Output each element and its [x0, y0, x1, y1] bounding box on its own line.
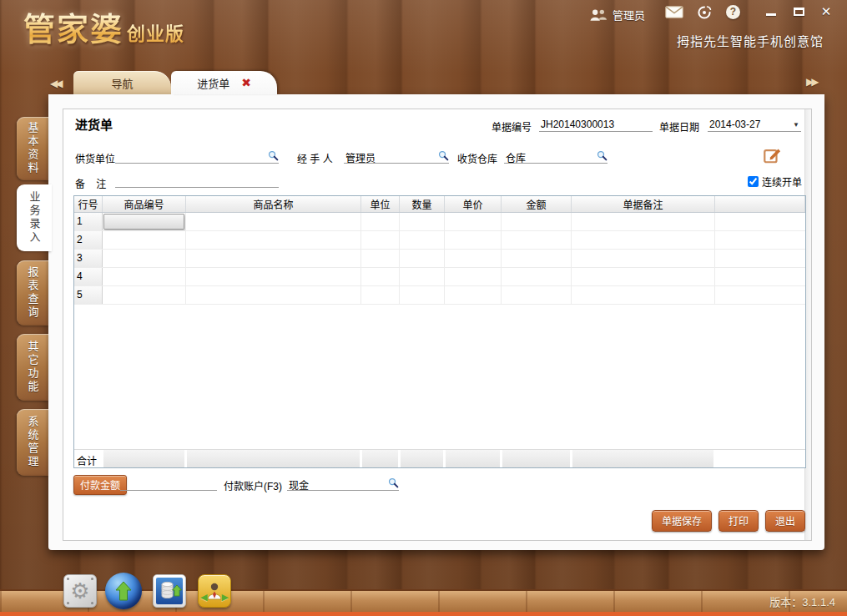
cell-quantity[interactable]	[400, 213, 445, 230]
cell-product-code[interactable]	[103, 213, 186, 230]
selected-cell[interactable]	[103, 214, 184, 230]
col-header-amount[interactable]: 金额	[502, 196, 572, 212]
mail-icon[interactable]	[665, 6, 683, 18]
date-dropdown-icon[interactable]: ▼	[793, 121, 799, 129]
col-header-unit[interactable]: 单位	[361, 196, 400, 212]
sidebar-item-other-functions[interactable]: 其它功能	[17, 334, 48, 401]
continuous-checkbox[interactable]	[748, 176, 759, 187]
grid-row-1[interactable]: 1	[74, 213, 805, 231]
close-button[interactable]: ✕	[814, 4, 839, 19]
version-label: 版本：3.1.1.4	[769, 593, 835, 609]
cell-doc-remark[interactable]	[572, 250, 715, 267]
doc-date-field[interactable]: 2014-03-27 ▼	[708, 117, 801, 132]
payment-amount-field[interactable]	[120, 476, 217, 491]
user-switch-icon[interactable]: ◀ ▶	[198, 574, 231, 608]
tab-close-icon[interactable]: ✖	[241, 76, 251, 89]
tab-scroll-right-icon[interactable]: ▶▶	[806, 76, 816, 88]
doc-date-value: 2014-03-27	[709, 119, 760, 130]
cell-product-code[interactable]	[103, 231, 186, 249]
total-amount	[502, 450, 572, 467]
payment-account-field[interactable]: 现金	[287, 476, 399, 491]
tab-purchase-order[interactable]: 进货单 ✖	[171, 71, 277, 94]
cell-quantity[interactable]	[400, 250, 445, 267]
warehouse-search-icon[interactable]	[597, 150, 608, 161]
grid-row-5[interactable]: 5	[74, 286, 805, 305]
sidebar-item-label: 系统管理	[25, 416, 41, 469]
supplier-search-icon[interactable]	[268, 150, 279, 161]
cell-unit[interactable]	[361, 213, 400, 230]
total-product-code	[103, 450, 186, 467]
sidebar-item-business-entry[interactable]: 业务录入	[17, 184, 52, 251]
cell-quantity[interactable]	[400, 286, 445, 304]
data-backup-icon[interactable]	[153, 574, 186, 608]
cell-amount[interactable]	[502, 213, 572, 230]
grid-row-4[interactable]: 4	[74, 268, 805, 286]
payment-account-search-icon[interactable]	[388, 477, 399, 488]
cell-unit-price[interactable]	[445, 231, 502, 249]
warehouse-label: 收货仓库	[457, 151, 497, 165]
cell-product-name[interactable]	[186, 231, 361, 249]
cell-product-code[interactable]	[103, 268, 186, 285]
cell-product-name[interactable]	[186, 213, 361, 230]
maximize-button[interactable]	[784, 8, 814, 16]
handler-field[interactable]: 管理员	[344, 149, 449, 164]
database-icon	[157, 579, 182, 603]
handler-search-icon[interactable]	[438, 150, 449, 161]
cell-unit[interactable]	[361, 250, 400, 267]
cell-unit-price[interactable]	[445, 286, 502, 304]
current-user-button[interactable]: 管理员	[589, 7, 645, 23]
cell-doc-remark[interactable]	[572, 286, 715, 304]
minimize-button[interactable]	[759, 8, 784, 16]
grid-row-3[interactable]: 3	[74, 250, 805, 268]
sidebar-item-basic-data[interactable]: 基本资料	[17, 117, 48, 180]
cell-amount[interactable]	[502, 286, 572, 304]
cell-quantity[interactable]	[400, 231, 445, 249]
cell-amount[interactable]	[502, 250, 572, 267]
doc-no-field[interactable]: JH20140300013	[539, 117, 653, 132]
cell-product-name[interactable]	[186, 250, 361, 267]
cell-doc-remark[interactable]	[572, 268, 715, 285]
col-header-product-name[interactable]: 商品名称	[186, 196, 361, 212]
edit-icon[interactable]	[763, 146, 781, 164]
continuous-billing-option[interactable]: 连续开单	[748, 174, 802, 189]
col-header-line-no[interactable]: 行号	[74, 196, 103, 212]
supplier-field[interactable]	[115, 149, 279, 164]
help-icon[interactable]: ?	[726, 5, 740, 19]
cell-unit-price[interactable]	[445, 250, 502, 267]
cell-doc-remark[interactable]	[572, 231, 715, 249]
cell-product-name[interactable]	[186, 268, 361, 285]
remark-field[interactable]	[115, 173, 279, 188]
cell-unit[interactable]	[361, 231, 400, 249]
tab-scroll-left-icon[interactable]: ◀◀	[50, 78, 60, 89]
cell-unit-price[interactable]	[445, 213, 502, 230]
payment-amount-button[interactable]: 付款金额	[73, 475, 127, 495]
cell-unit[interactable]	[361, 286, 400, 304]
cell-product-code[interactable]	[103, 250, 186, 267]
cell-unit-price[interactable]	[445, 268, 502, 285]
settings-icon[interactable]: ⚙	[63, 574, 97, 608]
exit-button[interactable]: 退出	[765, 510, 805, 532]
cell-quantity[interactable]	[400, 268, 445, 285]
cell-product-code[interactable]	[103, 286, 186, 304]
sidebar-item-label: 报表查询	[25, 266, 41, 320]
sidebar-item-system-management[interactable]: 系统管理	[17, 409, 48, 476]
supplier-label: 供货单位	[75, 151, 115, 165]
col-header-unit-price[interactable]: 单价	[445, 196, 502, 212]
tab-navigation[interactable]: 导航	[73, 71, 171, 94]
cell-doc-remark[interactable]	[572, 213, 715, 230]
cell-product-name[interactable]	[186, 286, 361, 304]
grid-header-row: 行号 商品编号 商品名称 单位 数量 单价 金额 单据备注	[74, 196, 805, 213]
grid-row-2[interactable]: 2	[74, 231, 805, 250]
sidebar-item-report-query[interactable]: 报表查询	[17, 260, 48, 326]
cell-amount[interactable]	[502, 231, 572, 249]
weibo-icon[interactable]	[697, 5, 713, 19]
cell-unit[interactable]	[361, 268, 400, 285]
cell-amount[interactable]	[502, 268, 572, 285]
col-header-doc-remark[interactable]: 单据备注	[572, 196, 715, 212]
save-button[interactable]: 单据保存	[652, 510, 712, 532]
print-button[interactable]: 打印	[718, 510, 759, 532]
col-header-product-code[interactable]: 商品编号	[103, 196, 186, 212]
network-upload-icon[interactable]	[105, 573, 142, 609]
col-header-quantity[interactable]: 数量	[400, 196, 445, 212]
warehouse-field[interactable]: 仓库	[504, 149, 608, 164]
